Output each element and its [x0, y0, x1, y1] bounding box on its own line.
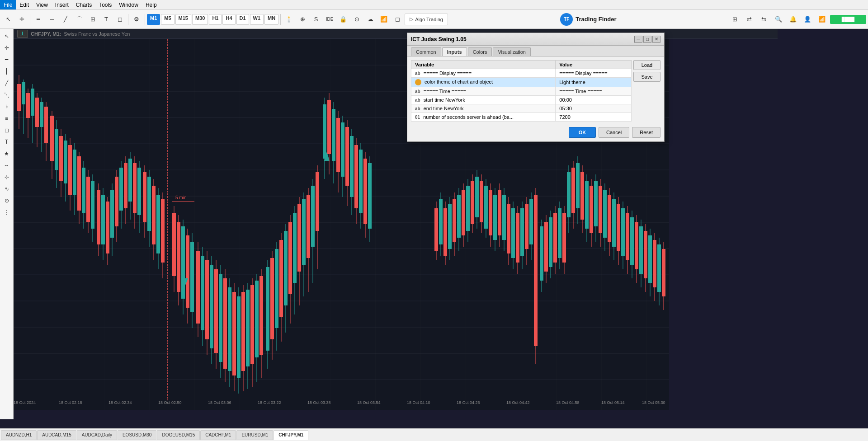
- dialog-tab-common[interactable]: Common: [411, 47, 441, 56]
- svg-rect-78: [161, 199, 165, 263]
- chart-sq-btn[interactable]: ◻: [391, 13, 404, 26]
- chart-ide-btn[interactable]: IDE: [323, 13, 336, 26]
- tab-audcad-m15[interactable]: AUDCAD,M15: [37, 430, 76, 440]
- algo-trading-btn[interactable]: ▷ Algo Trading: [405, 14, 448, 25]
- side-shapes[interactable]: ◻: [1, 125, 12, 136]
- side-text[interactable]: T: [1, 136, 12, 147]
- tf-h4[interactable]: H4: [222, 14, 235, 25]
- row3-value[interactable]: ===== Time =====: [556, 87, 632, 96]
- nav-btn[interactable]: ⇄: [743, 13, 756, 26]
- side-crosshair[interactable]: ✛: [1, 42, 12, 53]
- svg-rect-83: [177, 222, 180, 292]
- shapes-tool[interactable]: ◻: [113, 13, 126, 26]
- dialog-tab-colors[interactable]: Colors: [468, 47, 492, 56]
- sync-btn[interactable]: ⇆: [758, 13, 770, 26]
- menu-help[interactable]: Help: [142, 0, 160, 9]
- chart-type-btn[interactable]: 🕯️: [283, 13, 295, 26]
- svg-rect-177: [457, 195, 461, 238]
- svg-rect-37: [68, 145, 72, 195]
- chart-rec-btn[interactable]: ⊙: [350, 13, 363, 26]
- settings-tool[interactable]: ⚙: [130, 13, 143, 26]
- side-cycles[interactable]: ⊙: [1, 195, 12, 206]
- chart-signal-btn[interactable]: 📶: [377, 13, 390, 26]
- side-gann[interactable]: ⊹: [1, 172, 12, 183]
- side-trendline[interactable]: ╱: [1, 78, 12, 89]
- menu-window[interactable]: Window: [115, 0, 142, 9]
- hline-tool[interactable]: ─: [46, 13, 58, 26]
- zoom2-btn[interactable]: 🔍: [772, 13, 785, 26]
- dialog-minimize-btn[interactable]: ─: [634, 36, 642, 43]
- row6-value[interactable]: 7200: [556, 113, 632, 122]
- dialog-maximize-btn[interactable]: □: [643, 36, 651, 43]
- side-channel[interactable]: ⋱: [1, 89, 12, 100]
- svg-rect-21: [31, 89, 34, 116]
- svg-rect-239: [594, 181, 598, 226]
- side-cursor[interactable]: ↖: [1, 31, 12, 42]
- svg-rect-201: [511, 208, 515, 258]
- menu-insert[interactable]: Insert: [52, 0, 72, 9]
- cursor-tool[interactable]: ↖: [2, 13, 14, 26]
- tf-w1[interactable]: W1: [250, 14, 264, 25]
- grid-btn[interactable]: ⊞: [729, 13, 741, 26]
- tf-m15[interactable]: M15: [175, 14, 191, 25]
- load-button[interactable]: Load: [633, 60, 660, 70]
- dialog-close-btn[interactable]: ✕: [652, 36, 660, 43]
- row2-variable: color theme of chart and object: [411, 78, 556, 87]
- alert-btn[interactable]: 🔔: [787, 13, 799, 26]
- tf-h1[interactable]: H1: [209, 14, 222, 25]
- menu-tools[interactable]: Tools: [95, 0, 115, 9]
- tf-m1[interactable]: M1: [147, 14, 160, 25]
- menu-edit[interactable]: Edit: [16, 0, 33, 9]
- tf-m5[interactable]: M5: [161, 14, 174, 25]
- save-button[interactable]: Save: [633, 72, 660, 82]
- row1-value[interactable]: ===== Display =====: [556, 69, 632, 78]
- menu-view[interactable]: View: [33, 0, 52, 9]
- trendline-tool[interactable]: ╱: [59, 13, 72, 26]
- dialog-tab-inputs[interactable]: Inputs: [442, 47, 467, 56]
- multi-tool[interactable]: ⊞: [86, 13, 99, 26]
- tf-mn[interactable]: MN: [264, 14, 278, 25]
- signal2-btn[interactable]: 📶: [816, 13, 828, 26]
- text-tool[interactable]: T: [100, 13, 113, 26]
- tab-eosusd-m30[interactable]: EOSUSD,M30: [118, 430, 156, 440]
- menu-charts[interactable]: Charts: [72, 0, 95, 9]
- profile-btn[interactable]: 👤: [801, 13, 814, 26]
- side-vline[interactable]: ┃: [1, 66, 12, 77]
- crosshair-tool[interactable]: ✛: [15, 13, 28, 26]
- tab-eurusd-m1[interactable]: EURUSD,M1: [236, 430, 273, 440]
- line-tool[interactable]: ━: [32, 13, 45, 26]
- chart-lock-btn[interactable]: 🔒: [337, 13, 349, 26]
- toolbar-right: ⊞ ⇄ ⇆ 🔍 🔔 👤 📶 ████: [729, 13, 866, 26]
- chart-cloud-btn[interactable]: ☁: [364, 13, 377, 26]
- tab-chfjpy-m1[interactable]: CHFJPY,M1: [274, 430, 308, 440]
- dialog-tab-visualization[interactable]: Visualization: [493, 47, 531, 56]
- reset-button[interactable]: Reset: [632, 127, 660, 138]
- ok-button[interactable]: OK: [569, 127, 596, 138]
- menu-file[interactable]: File: [0, 0, 16, 9]
- curve-tool[interactable]: ⌒: [73, 13, 85, 26]
- row2-value[interactable]: Light theme: [556, 78, 632, 87]
- side-elliott[interactable]: ∿: [1, 183, 12, 194]
- row4-value[interactable]: 00:00: [556, 96, 632, 104]
- tab-cadchf-m1[interactable]: CADCHF,M1: [200, 430, 236, 440]
- side-icons[interactable]: ★: [1, 148, 12, 159]
- svg-rect-259: [639, 226, 643, 274]
- tf-d1[interactable]: D1: [236, 14, 249, 25]
- chart-zoom-btn[interactable]: ⊕: [296, 13, 309, 26]
- side-volatility[interactable]: ⋮: [1, 207, 12, 218]
- tf-m30[interactable]: M30: [192, 14, 208, 25]
- tab-audcad-daily[interactable]: AUDCAD,Daily: [77, 430, 117, 440]
- side-hline[interactable]: ━: [1, 54, 12, 65]
- chart-s-btn[interactable]: S: [310, 13, 322, 26]
- tab-audnzd-h1[interactable]: AUDNZD,H1: [1, 430, 37, 440]
- side-arrows[interactable]: ↔: [1, 160, 12, 171]
- svg-rect-269: [662, 249, 665, 296]
- svg-rect-263: [648, 235, 652, 283]
- row5-value[interactable]: 05:30: [556, 104, 632, 113]
- cancel-button[interactable]: Cancel: [599, 127, 629, 138]
- svg-rect-129: [284, 231, 288, 305]
- tab-dogeusd-m15[interactable]: DOGEUSD,M15: [157, 430, 200, 440]
- svg-rect-115: [250, 285, 254, 364]
- side-pitchfork[interactable]: ⊧: [1, 101, 12, 112]
- side-fib[interactable]: ≡: [1, 113, 12, 124]
